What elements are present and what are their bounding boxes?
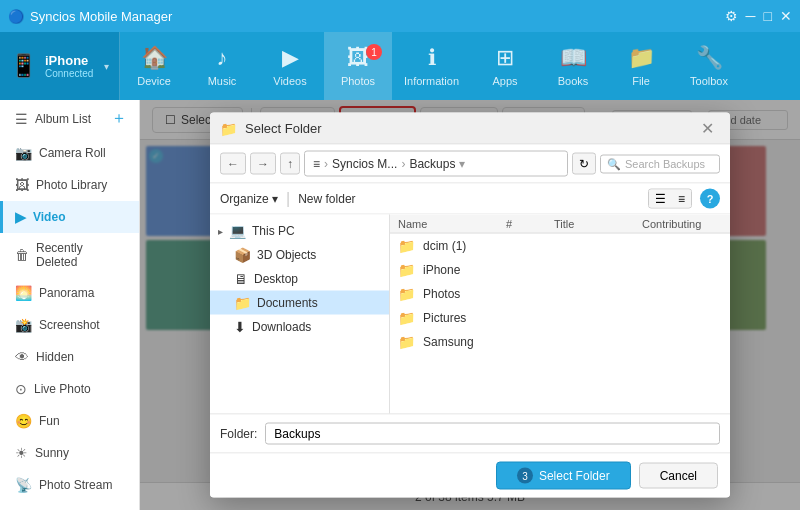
this-pc-icon: 💻	[229, 223, 246, 239]
device-nav-icon: 🏠	[141, 45, 168, 71]
navbar: 📱 iPhone Connected ▾ 🏠 Device ♪ Music ▶ …	[0, 32, 800, 100]
device-nav-label: Device	[137, 75, 171, 87]
apps-nav-label: Apps	[492, 75, 517, 87]
close-button[interactable]: ✕	[780, 8, 792, 24]
breadcrumb-backups[interactable]: Backups	[409, 157, 455, 171]
hidden-icon: 👁	[15, 349, 29, 365]
folder-label: Folder:	[220, 427, 257, 441]
file-row-iphone[interactable]: 📁 iPhone	[390, 258, 730, 282]
sidebar-item-camera-roll[interactable]: 📷 Camera Roll	[0, 137, 139, 169]
dialog-close-button[interactable]: ✕	[695, 117, 720, 140]
nav-item-apps[interactable]: ⊞ Apps	[471, 32, 539, 100]
view-list-button[interactable]: ☰	[649, 190, 672, 208]
cancel-button[interactable]: Cancel	[639, 463, 718, 489]
sidebar-item-hidden[interactable]: 👁 Hidden	[0, 341, 139, 373]
maximize-button[interactable]: □	[764, 8, 772, 24]
screenshot-icon: 📸	[15, 317, 32, 333]
help-button[interactable]: ?	[700, 189, 720, 209]
new-folder-button[interactable]: New folder	[298, 192, 355, 206]
sidebar-item-screenshot[interactable]: 📸 Screenshot	[0, 309, 139, 341]
dialog-title: Select Folder	[245, 121, 687, 136]
photos-folder-icon: 📁	[398, 286, 415, 302]
sidebar-item-photo-stream[interactable]: 📡 Photo Stream	[0, 469, 139, 501]
select-folder-label: Select Folder	[539, 469, 610, 483]
photos-badge: 1	[366, 44, 382, 60]
photos-label: Photos	[423, 287, 460, 301]
col-contributing-header[interactable]: Contributing	[642, 218, 722, 230]
file-row-dcim[interactable]: 📁 dcim (1)	[390, 234, 730, 258]
add-album-icon[interactable]: ＋	[111, 108, 127, 129]
settings-icon[interactable]: ⚙	[725, 8, 738, 24]
files-header: Name # Title Contributing	[390, 215, 730, 234]
folder-input-row: Folder:	[210, 415, 730, 454]
file-nav-label: File	[632, 75, 650, 87]
music-nav-icon: ♪	[217, 45, 228, 71]
select-folder-button[interactable]: 3 Select Folder	[496, 462, 631, 490]
sidebar-item-photo-library[interactable]: 🖼 Photo Library	[0, 169, 139, 201]
sidebar-item-album-list[interactable]: ☰ Album List ＋	[0, 100, 139, 137]
dialog-titlebar: 📁 Select Folder ✕	[210, 113, 730, 145]
file-browser: ▸ 💻 This PC 📦 3D Objects 🖥 Desktop 📁	[210, 215, 730, 415]
tree-documents[interactable]: 📁 Documents	[210, 291, 389, 315]
address-bar: ← → ↑ ≡ › Syncios M... › Backups ▾ ↻ 🔍 S…	[210, 145, 730, 184]
file-row-photos[interactable]: 📁 Photos	[390, 282, 730, 306]
breadcrumb-syncios[interactable]: Syncios M...	[332, 157, 397, 171]
breadcrumb[interactable]: ≡ › Syncios M... › Backups ▾	[304, 151, 568, 177]
device-section[interactable]: 📱 iPhone Connected ▾	[0, 32, 120, 100]
desktop-label: Desktop	[254, 272, 298, 286]
nav-item-toolbox[interactable]: 🔧 Toolbox	[675, 32, 743, 100]
3d-objects-label: 3D Objects	[257, 248, 316, 262]
samsung-folder-icon: 📁	[398, 334, 415, 350]
nav-item-information[interactable]: ℹ Information	[392, 32, 471, 100]
dcim-folder-icon: 📁	[398, 238, 415, 254]
toolbox-nav-icon: 🔧	[696, 45, 723, 71]
nav-item-device[interactable]: 🏠 Device	[120, 32, 188, 100]
file-row-samsung[interactable]: 📁 Samsung	[390, 330, 730, 354]
recently-deleted-icon: 🗑	[15, 247, 29, 263]
device-dropdown-icon[interactable]: ▾	[104, 61, 109, 72]
organize-button[interactable]: Organize ▾	[220, 192, 278, 206]
apps-nav-icon: ⊞	[496, 45, 514, 71]
device-info: iPhone Connected	[45, 53, 96, 79]
addr-refresh-button[interactable]: ↻	[572, 153, 596, 175]
tree-3d-objects[interactable]: 📦 3D Objects	[210, 243, 389, 267]
view-buttons: ☰ ≡	[648, 189, 692, 209]
books-nav-label: Books	[558, 75, 589, 87]
search-icon: 🔍	[607, 157, 621, 170]
camera-roll-icon: 📷	[15, 145, 32, 161]
file-row-pictures[interactable]: 📁 Pictures	[390, 306, 730, 330]
pictures-label: Pictures	[423, 311, 466, 325]
back-button[interactable]: ←	[220, 153, 246, 175]
device-icon: 📱	[10, 53, 37, 79]
recently-deleted-label: Recently Deleted	[36, 241, 127, 269]
organize-bar: Organize ▾ | New folder ☰ ≡ ?	[210, 184, 730, 215]
nav-item-books[interactable]: 📖 Books	[539, 32, 607, 100]
sidebar-item-video[interactable]: ▶ Video	[0, 201, 139, 233]
folder-dialog-icon: 📁	[220, 120, 237, 136]
col-name-header[interactable]: Name	[398, 218, 498, 230]
minimize-button[interactable]: ─	[746, 8, 756, 24]
sidebar-item-fun[interactable]: 😊 Fun	[0, 405, 139, 437]
col-hash-header[interactable]: #	[506, 218, 546, 230]
folder-input[interactable]	[265, 423, 720, 445]
sidebar-item-recently-deleted[interactable]: 🗑 Recently Deleted	[0, 233, 139, 277]
view-detail-button[interactable]: ≡	[672, 190, 691, 208]
nav-item-photos[interactable]: 🖼 Photos 1	[324, 32, 392, 100]
nav-item-music[interactable]: ♪ Music	[188, 32, 256, 100]
sidebar-item-panorama[interactable]: 🌅 Panorama	[0, 277, 139, 309]
select-folder-dialog: 📁 Select Folder ✕ ← → ↑ ≡ › Syncios M...…	[210, 113, 730, 498]
forward-button[interactable]: →	[250, 153, 276, 175]
window-controls: ⚙ ─ □ ✕	[725, 8, 792, 24]
tree-this-pc[interactable]: ▸ 💻 This PC	[210, 219, 389, 243]
sidebar-item-icloud-sharing[interactable]: ☁ iCloud Sharing Photo	[0, 501, 139, 510]
up-button[interactable]: ↑	[280, 153, 300, 175]
sidebar-item-live-photo[interactable]: ⊙ Live Photo	[0, 373, 139, 405]
nav-item-file[interactable]: 📁 File	[607, 32, 675, 100]
col-title-header[interactable]: Title	[554, 218, 634, 230]
tree-downloads[interactable]: ⬇ Downloads	[210, 315, 389, 339]
tree-desktop[interactable]: 🖥 Desktop	[210, 267, 389, 291]
sidebar-item-sunny[interactable]: ☀ Sunny	[0, 437, 139, 469]
screenshot-label: Screenshot	[39, 318, 100, 332]
panorama-label: Panorama	[39, 286, 94, 300]
nav-item-videos[interactable]: ▶ Videos	[256, 32, 324, 100]
